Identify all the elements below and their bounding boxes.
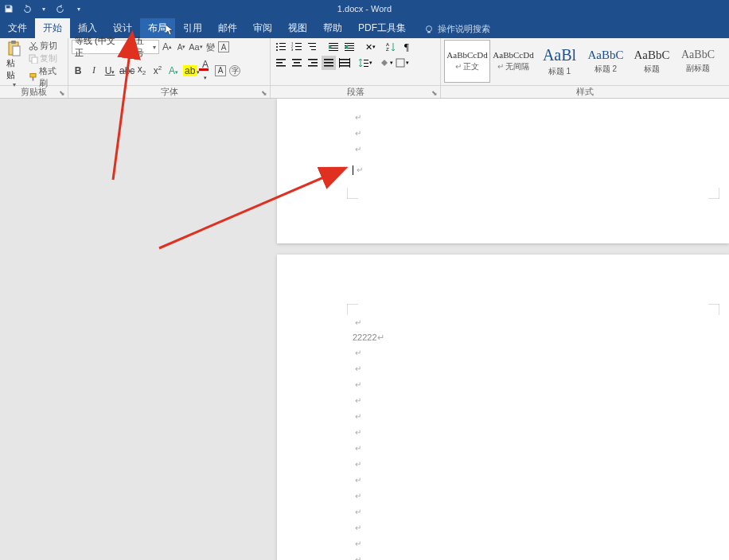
style-heading1[interactable]: AaBl 标题 1 — [536, 40, 583, 83]
svg-text:3: 3 — [291, 48, 294, 52]
decrease-indent-button[interactable] — [326, 40, 341, 54]
dialog-launcher-icon[interactable]: ⬊ — [431, 89, 439, 97]
svg-rect-5 — [11, 41, 16, 44]
strike-button[interactable]: abc — [119, 65, 132, 76]
paragraph-mark-icon: ↵ — [355, 129, 361, 138]
asian-layout-button[interactable]: ✕▾ — [363, 40, 377, 54]
increase-indent-button[interactable] — [342, 40, 357, 54]
paste-button[interactable]: 粘贴 ▾ — [3, 40, 25, 88]
dialog-launcher-icon[interactable]: ⬊ — [260, 89, 268, 97]
paragraph-mark-icon: ↵ — [355, 428, 361, 437]
tab-home[interactable]: 开始 — [35, 18, 70, 38]
distributed-button[interactable] — [337, 56, 352, 70]
svg-rect-31 — [329, 50, 338, 51]
align-left-button[interactable] — [274, 56, 288, 70]
svg-rect-52 — [340, 65, 349, 67]
tab-help[interactable]: 帮助 — [315, 18, 350, 38]
svg-rect-11 — [30, 73, 36, 77]
save-icon[interactable] — [3, 3, 14, 14]
copy-button[interactable]: 复制 — [27, 52, 64, 64]
align-center-button[interactable] — [290, 56, 304, 70]
char-shading-button[interactable]: A — [215, 65, 226, 76]
tab-review[interactable]: 审阅 — [245, 18, 280, 38]
phonetic-guide-button[interactable]: 變 — [204, 40, 216, 54]
page-2[interactable]: ↵ 22222↵ ↵ ↵ ↵ ↵ ↵ ↵ ↵ ↵ ↵ ↵ ↵ ↵ ↵ ↵ — [277, 255, 729, 560]
style-heading2[interactable]: AaBbC 标题 2 — [583, 40, 629, 83]
tab-design[interactable]: 设计 — [105, 18, 140, 38]
tell-me-search[interactable]: 操作说明搜索 — [419, 20, 495, 38]
document-text[interactable]: 22222↵ — [353, 332, 384, 343]
svg-rect-48 — [324, 62, 333, 64]
cut-label: 剪切 — [40, 40, 57, 52]
tab-references[interactable]: 引用 — [175, 18, 210, 38]
svg-rect-26 — [310, 46, 316, 47]
underline-button[interactable]: U▾ — [103, 65, 116, 76]
paragraph-mark-icon: ↵ — [355, 555, 361, 560]
numbering-button[interactable]: 123 — [290, 40, 304, 54]
highlight-button[interactable]: ab▾ — [183, 65, 196, 76]
dialog-launcher-icon[interactable]: ⬊ — [58, 89, 66, 97]
group-label-styles: 样式 — [441, 86, 729, 98]
copy-icon — [29, 54, 38, 64]
enclose-chars-button[interactable]: 字 — [229, 65, 240, 76]
show-marks-button[interactable]: ¶ — [400, 40, 414, 54]
style-preview: AaBbCcDd — [446, 50, 487, 60]
undo-dropdown-icon[interactable]: ▾ — [38, 3, 49, 14]
paragraph-mark-icon: ↵ — [355, 444, 361, 453]
paragraph-mark-icon: ↵ — [355, 145, 361, 154]
text-effects-button[interactable]: A▾ — [167, 65, 180, 76]
font-size-combo[interactable]: 五号▾ — [132, 40, 159, 54]
tab-mailings[interactable]: 邮件 — [210, 18, 245, 38]
qat-more-icon[interactable]: ▾ — [73, 3, 84, 14]
grow-font-button[interactable]: A▴ — [161, 40, 173, 54]
tell-me-label: 操作说明搜索 — [438, 23, 490, 35]
superscript-button[interactable]: x2 — [151, 64, 164, 76]
tab-file[interactable]: 文件 — [0, 18, 35, 38]
line-spacing-button[interactable]: ▾ — [358, 56, 372, 70]
style-no-spacing[interactable]: AaBbCcDd ↵ 无间隔 — [490, 40, 536, 83]
cut-button[interactable]: 剪切 — [27, 40, 64, 52]
bold-button[interactable]: B — [72, 65, 84, 76]
font-size-value: 五号 — [135, 35, 151, 59]
label-text: 样式 — [576, 86, 594, 98]
change-case-button[interactable]: Aa▾ — [189, 40, 202, 54]
svg-text:Z: Z — [386, 47, 389, 52]
redo-icon[interactable] — [56, 3, 67, 14]
paragraph-mark-icon: ↵ — [355, 476, 361, 484]
style-normal[interactable]: AaBbCcDd ↵ 正文 — [444, 40, 490, 83]
shrink-font-button[interactable]: A▾ — [175, 40, 188, 54]
style-subtitle[interactable]: AaBbC 副标题 — [675, 40, 721, 83]
multilevel-list-button[interactable] — [306, 40, 320, 54]
paragraph-mark-icon: ↵ — [355, 318, 361, 327]
justify-button[interactable] — [322, 56, 336, 70]
tab-layout[interactable]: 布局 — [140, 18, 175, 38]
tab-pdf[interactable]: PDF工具集 — [350, 18, 414, 38]
style-title[interactable]: AaBbC 标题 — [629, 40, 675, 83]
text-caret — [353, 165, 353, 175]
page-1-bottom[interactable]: ↵ ↵ ↵ ↵ — [277, 99, 729, 243]
sort-button[interactable]: AZ — [384, 40, 398, 54]
char-border-button[interactable]: A — [218, 41, 229, 52]
shading-button[interactable]: ▾ — [379, 56, 393, 70]
italic-button[interactable]: I — [88, 64, 100, 76]
document-area[interactable]: ↵ ↵ ↵ ↵ ↵ 22222↵ ↵ ↵ ↵ ↵ ↵ ↵ ↵ ↵ ↵ ↵ ↵ ↵… — [0, 99, 729, 560]
brush-icon — [29, 72, 37, 82]
svg-rect-22 — [295, 46, 302, 47]
group-label-paragraph: 段落 ⬊ — [271, 86, 441, 98]
paste-label: 粘贴 — [6, 57, 22, 81]
font-color-button[interactable]: A▾ — [199, 59, 212, 82]
borders-button[interactable]: ▾ — [395, 56, 409, 70]
style-label: 副标题 — [686, 63, 710, 74]
style-label: 无间隔 — [505, 62, 529, 71]
undo-icon[interactable] — [21, 3, 32, 14]
paragraph-mark-icon: ↵ — [355, 348, 361, 357]
tab-insert[interactable]: 插入 — [70, 18, 105, 38]
subscript-button[interactable]: x2 — [135, 64, 148, 76]
paragraph-mark-icon: ↵ — [355, 523, 361, 532]
font-name-combo[interactable]: 等线 (中文正▾ — [72, 40, 131, 54]
group-font: 等线 (中文正▾ 五号▾ A▴ A▾ Aa▾ 變 A B I U▾ abc x2… — [68, 38, 271, 85]
bullets-button[interactable] — [274, 40, 288, 54]
tab-view[interactable]: 视图 — [280, 18, 315, 38]
align-right-button[interactable] — [306, 56, 320, 70]
svg-rect-38 — [276, 59, 286, 60]
